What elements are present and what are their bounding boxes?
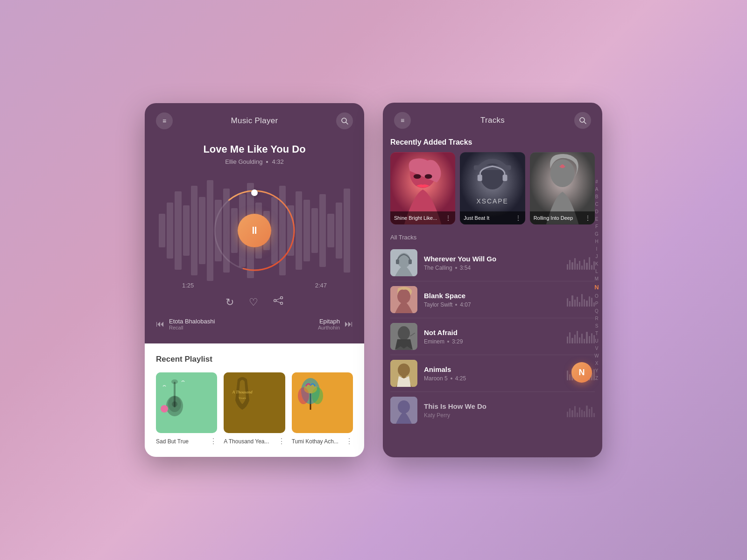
tracks-panel-title: Tracks	[480, 116, 505, 125]
alpha-item-G[interactable]: G	[593, 231, 600, 238]
alpha-item-P[interactable]: P	[593, 300, 600, 307]
tracks-list: Wherever You Will Go The Calling 3:54	[383, 245, 602, 457]
alpha-item-V[interactable]: V	[593, 345, 600, 352]
album-cards: Shine Bright Like... ⋮	[383, 152, 602, 232]
alpha-item-L[interactable]: L	[593, 268, 600, 275]
svg-point-28	[414, 174, 421, 179]
table-row[interactable]: Not Afraid Eminem 3:29	[390, 318, 595, 355]
track-eq	[567, 329, 595, 343]
alpha-item-S[interactable]: S	[593, 322, 600, 329]
search-icon[interactable]	[336, 112, 353, 129]
alpha-item-A[interactable]: A	[593, 186, 600, 193]
prev-track-subtitle: Recall	[169, 325, 215, 330]
album-card-rihanna[interactable]: Shine Bright Like... ⋮	[390, 152, 455, 224]
alpha-item-K[interactable]: K	[593, 260, 600, 267]
alpha-item-X[interactable]: X	[593, 360, 600, 367]
playlist-title: Recent Playlist	[156, 355, 353, 364]
svg-point-14	[172, 401, 177, 407]
table-row[interactable]: This Is How We Do Katy Perry	[390, 392, 595, 428]
album-card-name: Just Beat It	[464, 215, 514, 221]
alpha-item-O[interactable]: O	[593, 293, 600, 300]
prev-track-title: Etota Bhalobashi	[169, 318, 215, 325]
svg-point-49	[398, 400, 410, 413]
track-title: Wherever You Will Go	[424, 255, 560, 263]
tracks-header: ≡ Tracks	[383, 103, 602, 138]
more-menu-icon[interactable]: ⋮	[345, 437, 353, 446]
svg-rect-34	[503, 175, 507, 181]
svg-text:A Thousand: A Thousand	[232, 390, 253, 394]
track-row-info: Not Afraid Eminem 3:29	[424, 329, 560, 345]
track-meta: Eminem 3:29	[424, 338, 560, 345]
pause-button[interactable]: ⏸	[238, 214, 271, 247]
tracks-panel: ≡ Tracks Recently Added Tracks	[383, 103, 602, 457]
list-item[interactable]: A Thousand Years A Thousand Yea... ⋮	[224, 372, 285, 446]
svg-line-7	[276, 298, 281, 300]
alpha-item-C[interactable]: C	[593, 201, 600, 208]
svg-text:XSCAPE: XSCAPE	[477, 197, 508, 205]
album-card-cher[interactable]: Rolling Into Deep ⋮	[530, 152, 595, 224]
playlist-thumb-tumi	[292, 372, 353, 433]
alpha-item-Q[interactable]: Q	[593, 308, 600, 315]
more-menu-icon[interactable]: ⋮	[278, 437, 285, 446]
table-row[interactable]: Animals Maroon 5 4:25	[390, 355, 595, 392]
album-more-icon[interactable]: ⋮	[585, 214, 591, 222]
player-section: ≡ Music Player Love Me Like You Do Ellie…	[145, 103, 364, 343]
album-card-name: Rolling Into Deep	[534, 215, 585, 221]
list-item[interactable]: Sad But True ⋮	[156, 372, 217, 446]
alphabet-sidebar: #ABCDEFGHIJKLMNOPQRSTUVWXYZ	[591, 175, 602, 385]
current-track-title: Love Me Like You Do	[145, 143, 364, 155]
tracks-menu-icon[interactable]: ≡	[394, 112, 411, 129]
more-menu-icon[interactable]: ⋮	[210, 437, 217, 446]
controls-row: ↻ ♡	[145, 289, 364, 312]
prev-button[interactable]: ⏮	[156, 319, 164, 329]
progress-knob[interactable]	[251, 189, 258, 196]
svg-point-5	[281, 302, 283, 305]
alpha-item-#[interactable]: #	[593, 178, 600, 185]
alpha-item-I[interactable]: I	[593, 245, 600, 252]
track-eq	[567, 403, 595, 417]
table-row[interactable]: Blank Space Taylor Swift 4:07	[390, 281, 595, 318]
share-icon[interactable]	[273, 296, 283, 308]
menu-icon[interactable]: ≡	[156, 112, 173, 129]
alpha-item-N[interactable]: N	[593, 283, 600, 292]
repeat-icon[interactable]: ↻	[226, 296, 234, 308]
alpha-item-W[interactable]: W	[593, 352, 600, 359]
alpha-item-M[interactable]: M	[593, 275, 600, 282]
svg-point-37	[550, 159, 574, 187]
playlist-item-name: Tumi Kothay Ach...	[292, 438, 345, 445]
tracks-search-icon[interactable]	[574, 112, 591, 129]
alpha-item-R[interactable]: R	[593, 315, 600, 322]
alpha-item-F[interactable]: F	[593, 223, 600, 230]
alpha-item-J[interactable]: J	[593, 253, 600, 260]
alpha-item-Y[interactable]: Y	[593, 367, 600, 374]
svg-rect-40	[396, 259, 399, 264]
album-card-michael[interactable]: XSCAPE Just Beat It ⋮	[460, 152, 525, 224]
album-more-icon[interactable]: ⋮	[515, 214, 521, 222]
next-button[interactable]: ⏭	[345, 319, 353, 329]
track-title: This Is How We Do	[424, 402, 560, 410]
favorite-icon[interactable]: ♡	[249, 296, 258, 308]
list-item[interactable]: Tumi Kothay Ach... ⋮	[292, 372, 353, 446]
prev-track: ⏮ Etota Bhalobashi Recall	[156, 318, 215, 330]
track-row-info: Animals Maroon 5 4:25	[424, 365, 560, 382]
alpha-item-U[interactable]: U	[593, 337, 600, 344]
alpha-item-E[interactable]: E	[593, 216, 600, 223]
track-row-info: Wherever You Will Go The Calling 3:54	[424, 255, 560, 271]
recently-added-label: Recently Added Tracks	[383, 138, 602, 152]
alpha-item-T[interactable]: T	[593, 330, 600, 337]
table-row[interactable]: Wherever You Will Go The Calling 3:54	[390, 245, 595, 281]
alpha-item-H[interactable]: H	[593, 238, 600, 245]
svg-point-29	[425, 174, 432, 179]
music-player-panel: ≡ Music Player Love Me Like You Do Ellie…	[145, 103, 364, 457]
all-tracks-label: All Tracks	[383, 232, 602, 245]
album-more-icon[interactable]: ⋮	[445, 214, 451, 222]
playlist-thumb-thousand: A Thousand Years	[224, 372, 285, 433]
track-thumb-afraid	[390, 323, 417, 350]
playlist-item-name: Sad But True	[156, 438, 210, 445]
alpha-item-B[interactable]: B	[593, 193, 600, 200]
svg-line-1	[346, 122, 348, 124]
alpha-item-Z[interactable]: Z	[593, 375, 600, 382]
alpha-item-D[interactable]: D	[593, 208, 600, 215]
track-meta: Katy Perry	[424, 412, 560, 419]
n-bubble[interactable]: N	[571, 362, 592, 383]
